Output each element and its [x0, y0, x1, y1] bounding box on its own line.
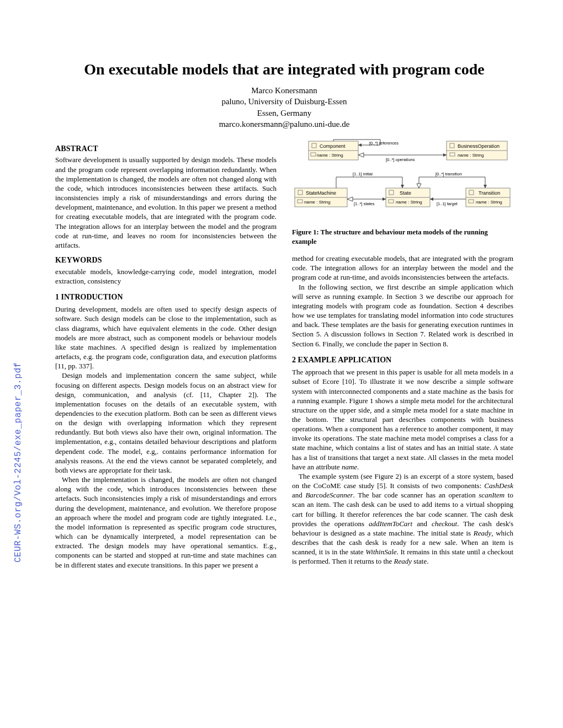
uml-sm-attr: name : String — [304, 200, 331, 205]
col2-lead: method for creating executable models, t… — [292, 254, 513, 282]
abstract-heading: ABSTRACT — [55, 144, 277, 154]
page-content: On executable models that are integrated… — [0, 0, 563, 603]
uml-component-label: Component — [320, 143, 346, 149]
svg-marker-11 — [358, 153, 364, 157]
section2-p2c: . The bar code scanner has an operation — [353, 491, 479, 499]
author-email: marco.konersmann@paluno.uni-due.de — [55, 119, 513, 130]
section1-p1: During development, models are often use… — [55, 304, 277, 371]
svg-marker-28 — [383, 197, 386, 201]
section2-p2b: and — [292, 491, 305, 499]
section2-p2-em4: addItemToCart — [369, 520, 412, 528]
section1-p3: When the implementation is changed, the … — [55, 475, 277, 570]
section2-p2i: state. — [412, 557, 428, 565]
uml-operations-label: [0..*] operations — [386, 157, 415, 162]
section2-p1-em: name — [342, 463, 357, 471]
svg-marker-24 — [401, 185, 404, 188]
author-name: Marco Konersmann — [55, 85, 513, 96]
uml-bop-attr: name : String — [458, 153, 484, 158]
uml-state-label: State — [400, 190, 411, 196]
author-city: Essen, Germany — [55, 108, 513, 119]
section1-heading: 1 INTRODUCTION — [55, 292, 277, 302]
uml-states-label: [1..*] states — [354, 201, 375, 206]
uml-trans-label: [0..*] transition — [435, 172, 462, 176]
svg-marker-26 — [417, 184, 421, 188]
col2-outline: In the following section, we first descr… — [292, 282, 513, 349]
svg-marker-10 — [443, 153, 447, 157]
svg-marker-29 — [347, 197, 353, 201]
section2-p2-em6: Ready — [474, 529, 491, 537]
section2-p2a: The example system (see Figure 2) is an … — [292, 472, 513, 490]
keywords-heading: KEYWORDS — [55, 255, 277, 265]
section1-p2: Design models and implementation concern… — [55, 371, 277, 475]
uml-transition-attr: name : String — [476, 200, 502, 205]
section2-p2-em3: scanItem — [479, 491, 504, 499]
section2-p2-em1: CashDesk — [484, 481, 513, 490]
svg-marker-25 — [484, 185, 487, 188]
section2-p1a: The approach that we present in this pap… — [292, 368, 513, 471]
figure1-diagram: Component name : String [0..*] reference… — [292, 138, 513, 223]
uml-bop-label: BusinessOperation — [458, 143, 500, 149]
sidebar-url: CEUR-WS.org/Vol-2245/exe_paper_3.pdf — [13, 362, 23, 563]
figure1-caption: Figure 1: The structure and behaviour me… — [292, 228, 513, 246]
uml-references-label: [0..*] references — [369, 141, 399, 146]
abstract-text: Software development is usually supporte… — [55, 155, 277, 250]
keywords-text: executable models, knowledge-carrying co… — [55, 267, 277, 286]
section2-p2-em5: checkout — [432, 520, 457, 528]
paper-title: On executable models that are integrated… — [55, 61, 513, 78]
section2-p2e: and — [412, 520, 432, 528]
section2-p2-em7: WithinSale — [365, 548, 396, 556]
uml-state-attr: name : String — [396, 200, 422, 205]
svg-marker-31 — [430, 197, 433, 201]
author-block: Marco Konersmann paluno, University of D… — [55, 85, 513, 130]
svg-marker-4 — [358, 143, 362, 147]
section2-p2-em2: BarcodeScanner — [305, 491, 353, 499]
two-column-layout: ABSTRACT Software development is usually… — [55, 138, 513, 570]
uml-initial-label: [1..1] initial — [353, 172, 373, 176]
uml-transition-label: Transition — [479, 190, 500, 196]
section2-p1b: . — [357, 463, 359, 471]
section2-p1: The approach that we present in this pap… — [292, 367, 513, 472]
uml-target-label: [1..1] target — [437, 201, 458, 206]
uml-component-attr: name : String — [317, 153, 343, 158]
right-column: Component name : String [0..*] reference… — [292, 138, 513, 570]
section2-p2: The example system (see Figure 2) is an … — [292, 472, 513, 566]
uml-svg: Component name : String [0..*] reference… — [292, 138, 513, 221]
left-column: ABSTRACT Software development is usually… — [55, 138, 277, 570]
section2-heading: 2 EXAMPLE APPLICATION — [292, 355, 513, 365]
uml-sm-label: StateMachine — [306, 190, 336, 196]
author-affiliation: paluno, University of Duisburg-Essen — [55, 96, 513, 107]
section2-p2-em8: Ready — [394, 557, 412, 565]
